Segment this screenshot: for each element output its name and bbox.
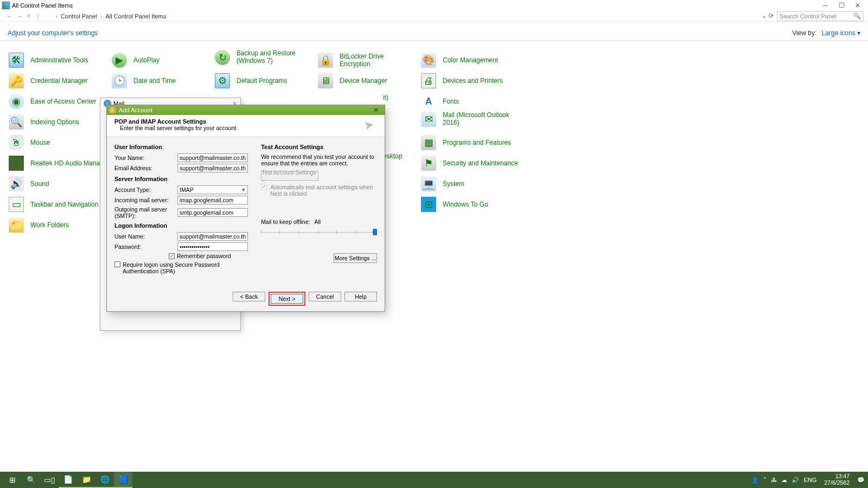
cp-item-autoplay[interactable]: ▶AutoPlay [112, 53, 209, 68]
people-icon[interactable]: 👤 [751, 477, 759, 484]
cp-item-partial[interactable]: it) [383, 94, 405, 101]
email-input[interactable]: support@mailmaster.co.th [177, 164, 248, 172]
cp-item-color[interactable]: 🎨Color Management [421, 53, 519, 68]
windows-to-go-icon: ⊞ [421, 197, 436, 212]
tray-chevron-icon[interactable]: ˄ [763, 477, 767, 484]
cancel-button[interactable]: Cancel [309, 292, 341, 301]
cp-item-fonts[interactable]: AFonts [421, 94, 519, 109]
default-programs-icon: ⚙ [215, 73, 230, 88]
device-manager-icon: 🖥 [318, 73, 333, 88]
minimize-button[interactable]: ─ [817, 1, 833, 10]
next-button[interactable]: Next > [271, 294, 303, 304]
search-button[interactable]: 🔍 [22, 472, 40, 488]
dialog-heading: POP and IMAP Account Settings [114, 118, 238, 125]
refresh-icon[interactable]: ⟳ [769, 12, 774, 20]
dialog-right-column: Test Account Settings We recommend that … [261, 144, 377, 275]
programs-icon: ▦ [421, 135, 436, 150]
clock[interactable]: 13:47 27/6/2562 [824, 473, 850, 486]
color-icon: 🎨 [421, 53, 436, 68]
window-titlebar: All Control Panel Items ─ ☐ ✕ [0, 0, 868, 11]
network-icon[interactable]: 🖧 [771, 477, 777, 483]
cp-item-work-folders[interactable]: 📁Work Folders [9, 217, 106, 233]
fonts-icon: A [421, 94, 436, 109]
taskbar-file-explorer[interactable]: 📁 [77, 472, 95, 488]
cp-item-ease-of-access[interactable]: ◉Ease of Access Center [9, 94, 106, 109]
taskbar: ⊞ 🔍 ▭▯ 📄 📁 🌐 🟦 👤 ˄ 🖧 ☁ 🔊 ENG 13:47 27/6/… [0, 472, 868, 488]
volume-icon[interactable]: 🔊 [792, 477, 799, 484]
cursor-decoration-icon: ➤ [362, 117, 375, 133]
breadcrumb-item[interactable]: All Control Panel Items [106, 13, 167, 20]
slider-thumb[interactable] [373, 229, 377, 235]
cp-item-windows-to-go[interactable]: ⊞Windows To Go [421, 197, 519, 212]
nav-up-icon[interactable]: ↑ [37, 13, 40, 20]
close-button[interactable]: ✕ [850, 1, 866, 10]
cp-item-backup[interactable]: ↻Backup and Restore (Windows 7) [215, 49, 312, 65]
cp-item-devices-printers[interactable]: 🖨Devices and Printers [421, 73, 519, 88]
more-settings-button[interactable]: More Settings ... [334, 253, 377, 263]
dialog-titlebar: Add Account ✕ [107, 105, 385, 115]
control-panel-icon [2, 2, 10, 9]
search-placeholder: Search Control Panel [780, 13, 837, 20]
system-tray[interactable]: 👤 ˄ 🖧 ☁ 🔊 ENG 13:47 27/6/2562 💬 [751, 473, 865, 486]
taskbar-app-1[interactable]: 📄 [59, 472, 77, 488]
cp-item-partial-2[interactable]: esktop [383, 152, 416, 160]
your-name-input[interactable]: support@mailmaster.co.th [177, 153, 248, 162]
notifications-icon[interactable]: 💬 [857, 477, 865, 484]
cp-item-security[interactable]: ⚑Security and Maintenance [421, 156, 519, 171]
cp-item-date-time[interactable]: 🕒Date and Time [112, 73, 209, 88]
view-by-selector[interactable]: View by: Large icons ▾ [792, 29, 860, 37]
taskbar-icon: ▭ [9, 197, 24, 212]
cp-item-system[interactable]: 💻System [421, 176, 519, 191]
maximize-button[interactable]: ☐ [833, 1, 850, 10]
incoming-server-input[interactable]: imap.googlemail.com [177, 196, 248, 204]
language-indicator[interactable]: ENG [803, 477, 816, 483]
nav-forward-icon[interactable]: → [17, 13, 23, 20]
mail-offline-slider[interactable] [261, 227, 375, 237]
nav-recent-icon[interactable]: ▾ [27, 12, 30, 20]
breadcrumb[interactable]: › Control Panel › All Control Panel Item… [56, 13, 167, 20]
outlook-icon [109, 107, 116, 113]
cp-item-indexing[interactable]: 🔍Indexing Options [9, 114, 106, 130]
window-title: All Control Panel Items [12, 2, 73, 9]
folder-icon: 📁 [9, 217, 24, 233]
section-server-info: Server Information [114, 176, 248, 182]
back-button[interactable]: < Back [233, 292, 265, 301]
cp-item-sound[interactable]: 🔊Sound [9, 176, 106, 191]
outgoing-server-input[interactable]: smtp.googlemail.com [177, 208, 248, 217]
cp-item-mouse[interactable]: 🖱Mouse [9, 135, 106, 150]
onedrive-icon[interactable]: ☁ [781, 477, 787, 484]
breadcrumb-dropdown-icon[interactable]: ⌄ [762, 12, 767, 20]
cp-item-bitlocker[interactable]: 🔒BitLocker Drive Encryption [318, 53, 416, 68]
cp-item-taskbar[interactable]: ▭Taskbar and Navigation [9, 197, 106, 212]
spa-checkbox[interactable]: Require logon using Secure Password Auth… [114, 261, 248, 274]
test-account-button: Test Account Settings ... [261, 171, 318, 181]
speaker-icon: 🔊 [9, 176, 24, 191]
cp-item-admin-tools[interactable]: 🛠Administrative Tools [9, 53, 106, 68]
taskbar-control-panel[interactable]: 🟦 [114, 472, 132, 488]
account-type-select[interactable]: IMAP▼ [177, 185, 248, 194]
cp-item-programs[interactable]: ▦Programs and Features [421, 135, 519, 150]
next-button-highlight: Next > [269, 292, 305, 306]
breadcrumb-item[interactable]: Control Panel [61, 13, 97, 20]
auto-test-checkbox: Automatically test account settings when… [261, 184, 377, 197]
cp-item-realtek[interactable]: ♪Realtek HD Audio Manager [9, 156, 112, 171]
section-test: Test Account Settings [261, 144, 377, 150]
cp-item-credential[interactable]: 🔑Credential Manager [9, 73, 106, 88]
cp-item-device-manager[interactable]: 🖥Device Manager [318, 73, 416, 88]
start-button[interactable]: ⊞ [3, 472, 22, 488]
username-input[interactable]: support@mailmaster.co.th [177, 232, 248, 241]
password-input[interactable]: ••••••••••••••• [177, 242, 248, 251]
dialog-close-button[interactable]: ✕ [369, 106, 382, 114]
nav-back-icon[interactable]: ← [7, 13, 12, 20]
taskbar-chrome[interactable]: 🌐 [95, 472, 114, 488]
cp-item-mail[interactable]: ✉Mail (Microsoft Outlook 2016) [421, 111, 519, 127]
help-button[interactable]: Help [344, 292, 377, 301]
flag-icon: ⚑ [421, 156, 436, 171]
cp-item-default-programs[interactable]: ⚙Default Programs [215, 73, 312, 88]
chevron-down-icon: ▼ [241, 187, 246, 192]
task-view-button[interactable]: ▭▯ [40, 472, 59, 488]
autoplay-icon: ▶ [112, 53, 127, 68]
search-input[interactable]: Search Control Panel 🔍 [777, 11, 864, 21]
backup-icon: ↻ [215, 50, 230, 65]
remember-password-checkbox[interactable]: Remember password [169, 253, 248, 259]
